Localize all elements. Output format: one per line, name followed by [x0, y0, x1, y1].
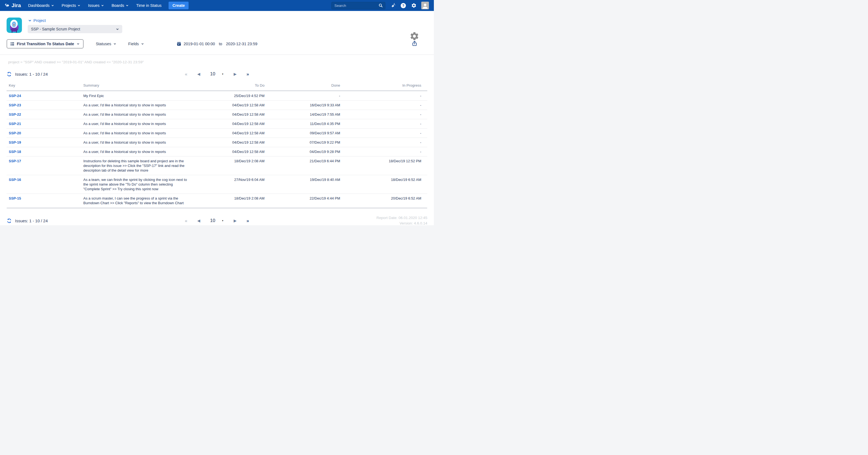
inprogress-date: -	[340, 138, 427, 147]
issue-summary: As a user, I'd like a historical story t…	[83, 128, 190, 138]
issue-summary: As a user, I'd like a historical story t…	[83, 119, 190, 128]
page-size-value: 10	[210, 71, 215, 77]
search-icon	[378, 3, 383, 8]
done-date: 11/Dec/19 4:35 PM	[265, 119, 340, 128]
statuses-dropdown[interactable]: Statuses	[96, 42, 116, 46]
column-header-key[interactable]: Key	[7, 80, 83, 91]
issue-key-link[interactable]: SSP-19	[9, 140, 21, 145]
nav-item-label: Projects	[62, 3, 76, 8]
done-date: 09/Dec/19 9:57 AM	[265, 128, 340, 138]
issue-key-link[interactable]: SSP-18	[9, 150, 21, 154]
issue-key-link[interactable]: SSP-23	[9, 103, 21, 107]
nav-item-issues[interactable]: Issues	[88, 3, 104, 8]
search-box[interactable]	[331, 2, 385, 9]
grid-icon	[11, 42, 14, 46]
refresh-icon[interactable]	[7, 218, 12, 223]
table-header-row: Key Summary To Do Done In Progress	[7, 80, 427, 91]
date-from-value: 2019-01-01 00:00	[184, 42, 215, 46]
person-icon	[422, 2, 429, 9]
bottom-pagination-row: Issues: 1 - 10 / 24 « ◀ 10 ▼ ▶ » Report …	[0, 215, 434, 225]
report-settings-gear-icon[interactable]	[409, 31, 419, 41]
chevron-down-icon	[114, 42, 116, 45]
chevron-down-icon	[101, 4, 104, 7]
issue-key-link[interactable]: SSP-22	[9, 112, 21, 117]
filter-toolbar: First Transition To Status Date Statuses…	[0, 39, 434, 49]
pagination-last-button[interactable]: »	[246, 218, 249, 223]
pagination-last-button[interactable]: »	[246, 72, 249, 77]
issue-key-link[interactable]: SSP-21	[9, 122, 21, 126]
column-header-inprogress[interactable]: In Progress	[340, 80, 427, 91]
nav-menu: Dashboards Projects Issues Boards Time i…	[28, 3, 162, 8]
pagination-first-button[interactable]: «	[185, 218, 187, 223]
pagination-next-button[interactable]: ▶	[234, 72, 237, 76]
issue-summary: As a user, I'd like a historical story t…	[83, 147, 190, 156]
table-row: SSP-23 As a user, I'd like a historical …	[7, 100, 427, 110]
issue-key-link[interactable]: SSP-24	[9, 94, 21, 98]
page-size-dropdown[interactable]: 10 ▼	[210, 218, 224, 223]
jira-mark-icon	[4, 2, 10, 8]
user-avatar[interactable]	[421, 2, 429, 9]
table-row: SSP-24 My First Epic 25/Dec/19 4:52 PM -…	[7, 91, 427, 100]
page-size-dropdown[interactable]: 10 ▼	[210, 71, 224, 77]
chevron-down-icon	[116, 28, 119, 31]
issue-summary: As a team, we can finish the sprint by c…	[83, 175, 190, 194]
fields-label: Fields	[128, 42, 139, 46]
app-version: Version: 4.6.0.14	[377, 221, 427, 225]
nav-item-label: Issues	[88, 3, 99, 8]
todo-date: 04/Dec/19 12:58 AM	[190, 128, 265, 138]
todo-date: 04/Dec/19 12:58 AM	[190, 100, 265, 110]
column-header-done[interactable]: Done	[265, 80, 340, 91]
issue-key-link[interactable]: SSP-17	[9, 159, 21, 163]
pagination-prev-button[interactable]: ◀	[197, 219, 200, 222]
column-header-summary[interactable]: Summary	[83, 80, 190, 91]
refresh-icon[interactable]	[7, 71, 12, 77]
app-window: Jira Dashboards Projects Issues Boards T…	[0, 0, 434, 225]
inprogress-date: -	[340, 147, 427, 156]
nav-item-time-in-status[interactable]: Time in Status	[136, 3, 161, 8]
search-input[interactable]	[334, 4, 378, 8]
column-header-todo[interactable]: To Do	[190, 80, 265, 91]
issues-table: Key Summary To Do Done In Progress SSP-2…	[7, 80, 427, 208]
report-date: Report Date: 06.01.2020 12:45	[377, 215, 427, 221]
todo-date: 18/Dec/19 2:08 AM	[190, 194, 265, 208]
inprogress-date: -	[340, 110, 427, 119]
jira-logo[interactable]: Jira	[4, 2, 21, 8]
project-select[interactable]: SSP - Sample Scrum Project	[28, 25, 122, 33]
todo-date: 18/Dec/19 2:08 AM	[190, 156, 265, 175]
todo-date: 27/Nov/19 6:04 AM	[190, 175, 265, 194]
date-range-picker[interactable]: 2019-01-01 00:00 to 2020-12-31 23:59	[177, 41, 257, 46]
export-icon[interactable]	[412, 40, 417, 46]
date-to-value: 2020-12-31 23:59	[226, 42, 258, 46]
question-mark-glyph: ?	[401, 3, 406, 8]
project-avatar	[7, 18, 22, 33]
nav-item-boards[interactable]: Boards	[112, 3, 128, 8]
chevron-down-icon	[78, 4, 80, 7]
table-bottom-divider	[7, 208, 427, 209]
project-dropdown-toggle[interactable]: Project	[28, 18, 122, 23]
pagination-prev-button[interactable]: ◀	[197, 72, 200, 76]
issue-key-link[interactable]: SSP-20	[9, 131, 21, 135]
announcements-icon[interactable]	[390, 3, 396, 8]
date-range-separator: to	[219, 42, 222, 46]
page-size-value: 10	[210, 218, 215, 223]
issue-key-link[interactable]: SSP-16	[9, 178, 21, 182]
inprogress-date: 20/Dec/19 6:52 AM	[340, 194, 427, 208]
pagination-next-button[interactable]: ▶	[234, 219, 237, 222]
report-type-dropdown[interactable]: First Transition To Status Date	[7, 39, 84, 49]
done-date: 21/Dec/19 6:44 PM	[265, 156, 340, 175]
top-nav-bar: Jira Dashboards Projects Issues Boards T…	[0, 0, 434, 11]
done-date: 07/Dec/19 9:22 PM	[265, 138, 340, 147]
nav-item-label: Time in Status	[136, 3, 161, 8]
nav-item-dashboards[interactable]: Dashboards	[28, 3, 54, 8]
fields-dropdown[interactable]: Fields	[128, 42, 144, 46]
table-row: SSP-20 As a user, I'd like a historical …	[7, 128, 427, 138]
settings-gear-icon[interactable]	[411, 3, 416, 8]
issue-key-link[interactable]: SSP-15	[9, 196, 21, 200]
help-icon[interactable]: ?	[400, 3, 406, 8]
table-row: SSP-17 Instructions for deleting this sa…	[7, 156, 427, 175]
nav-item-projects[interactable]: Projects	[62, 3, 80, 8]
table-row: SSP-21 As a user, I'd like a historical …	[7, 119, 427, 128]
report-type-label: First Transition To Status Date	[17, 42, 74, 46]
pagination-first-button[interactable]: «	[185, 72, 187, 77]
create-button[interactable]: Create	[168, 2, 189, 9]
